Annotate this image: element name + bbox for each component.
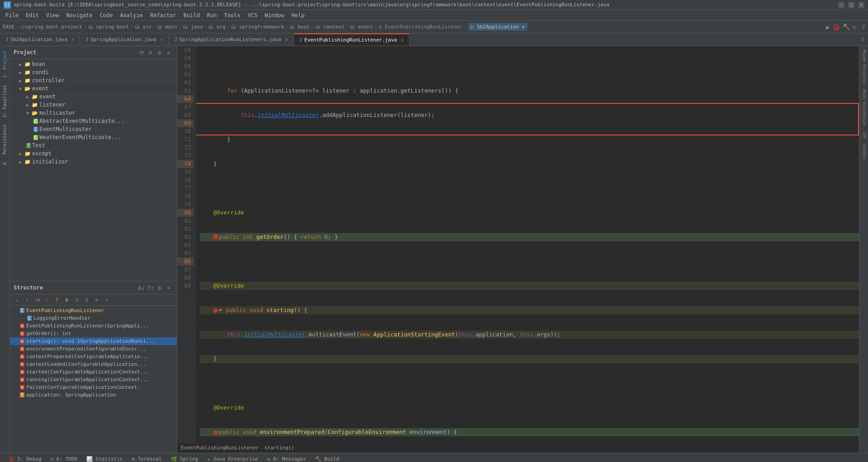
tab-statistic[interactable]: 📊 Statistic <box>82 455 127 462</box>
menu-edit[interactable]: Edit <box>22 11 42 20</box>
tab-springapplicationrunlisteners[interactable]: J SpringApplicationRunListeners.java × <box>169 33 294 46</box>
tree-item-abstractevent[interactable]: C AbstractEventMulticaste... <box>10 117 177 125</box>
struct-sort-type[interactable]: T↑ <box>146 283 155 292</box>
tree-item-listener[interactable]: ▶ 📁 listener <box>10 101 177 109</box>
menu-analyze[interactable]: Analyze <box>116 11 146 20</box>
code-line-58: for (ApplicationListener<?> listener : a… <box>200 87 859 95</box>
tab-javaenterprise[interactable]: ☕ Java Enterprise <box>203 455 263 462</box>
struct-item-envprepared[interactable]: m environmentPrepared(ConfigurableEnvir.… <box>10 345 177 353</box>
tab-close[interactable]: × <box>160 37 163 42</box>
tree-item-event-event[interactable]: ▶ 📁 event <box>10 93 177 101</box>
tree-item-condi[interactable]: ▶ 📁 condi <box>10 68 177 76</box>
maximize-button[interactable]: □ <box>848 2 854 8</box>
struct-item-ctxloaded[interactable]: m contextLoaded(ConfigurableApplication.… <box>10 360 177 368</box>
nav-action-run[interactable]: ▶ <box>826 23 830 31</box>
project-close[interactable]: × <box>164 48 173 57</box>
tab-eventpublishing[interactable]: J EventPublishingRunListener.java × <box>294 33 410 46</box>
tree-item-weatherevent[interactable]: C WeatherEventMulticaste... <box>10 133 177 141</box>
sidebar-bean[interactable]: Bean Validation <box>860 88 868 128</box>
struct-item-loggingerror[interactable]: C LoggingErrorHandler <box>10 314 177 322</box>
struct-item-application[interactable]: f application: SpringApplication <box>10 391 177 399</box>
menu-code[interactable]: Code <box>96 11 117 20</box>
sidebar-tab-persistence[interactable]: Persistence <box>1 122 9 157</box>
sidebar-tab-6[interactable]: 6 <box>1 159 9 168</box>
struct-btn-p[interactable]: P <box>42 295 52 304</box>
tree-item-except[interactable]: ▶ 📁 except <box>10 149 177 158</box>
tab-sb2application[interactable]: J Sb2Application.java × <box>0 33 80 46</box>
sidebar-gradle[interactable]: Gradle <box>860 142 868 161</box>
menu-navigate[interactable]: Navigate <box>63 11 96 20</box>
method-icon: m <box>20 362 24 367</box>
tab-messages[interactable]: ✉ 0: Messages <box>263 455 311 462</box>
menu-view[interactable]: View <box>42 11 63 20</box>
struct-item-starting[interactable]: m starting(): void 1SpringApplicationRun… <box>10 337 177 345</box>
struct-item-getorder[interactable]: m getOrder(): int <box>10 330 177 337</box>
tree-item-controller[interactable]: ▶ 📁 controller <box>10 76 177 84</box>
struct-sort-alpha[interactable]: A↓ <box>137 283 146 292</box>
menu-file[interactable]: File <box>2 11 22 20</box>
struct-item-running[interactable]: m running(ConfigurableApplicationContext… <box>10 376 177 383</box>
nav-project[interactable]: 🗂 <box>20 24 25 30</box>
menu-run[interactable]: Run <box>203 11 221 20</box>
tree-item-eventmulticaster[interactable]: I EventMulticaster <box>10 125 177 133</box>
ln-76: 76 <box>177 176 193 184</box>
struct-btn-parent[interactable]: ↑⊕ <box>33 295 42 304</box>
struct-btn-lambda[interactable]: λ <box>82 295 91 304</box>
ln-77: 77 <box>177 184 193 192</box>
tab-todo[interactable]: ☑ 6: TODO <box>46 455 82 462</box>
struct-btn-v[interactable]: V <box>72 295 81 304</box>
struct-btn-up[interactable]: ↑ <box>23 295 32 304</box>
sidebar-tab-favorites[interactable]: 2: Favorites <box>1 82 9 120</box>
minimize-button[interactable]: − <box>838 2 844 8</box>
menu-help[interactable]: Help <box>288 11 308 20</box>
tab-count: 2 <box>858 33 868 46</box>
tab-spring[interactable]: 🌿 Spring <box>166 455 203 462</box>
nav-sb2app[interactable]: ▷ Sb2Application ▾ <box>468 23 528 31</box>
struct-btn-b[interactable]: b <box>62 295 71 304</box>
nav-action-debug[interactable]: 🐞 <box>832 23 840 31</box>
tree-item-bean[interactable]: ▶ 📁 bean <box>10 60 177 68</box>
menu-refactor[interactable]: Refactor <box>146 11 180 20</box>
tree-item-test[interactable]: T Test <box>10 141 177 149</box>
struct-item-started[interactable]: m started(ConfigurableApplicationContext… <box>10 368 177 376</box>
sidebar-maven[interactable]: Maven Projects <box>860 48 868 86</box>
code-area[interactable]: 58 59 60 61 62 63 64 67 68 69 70 71 72 7… <box>177 46 859 443</box>
struct-close[interactable]: × <box>164 283 173 292</box>
struct-btn-more[interactable]: » <box>102 295 111 304</box>
left-sidebar: 1: Project 2: Favorites Persistence 6 <box>0 46 10 453</box>
tab-close[interactable]: × <box>71 37 74 42</box>
tab-build[interactable]: 🔨 Build <box>311 455 344 462</box>
tab-debug[interactable]: 🐞 5: Debug <box>4 455 46 462</box>
sidebar-tab-project[interactable]: 1: Project <box>1 48 9 80</box>
folder-icon: 📂 <box>24 86 31 92</box>
struct-btn-f[interactable]: f <box>52 295 61 304</box>
code-content[interactable]: for (ApplicationListener<?> listener : a… <box>196 46 859 443</box>
project-collapse[interactable]: ≡ <box>146 48 155 57</box>
project-refresh[interactable]: ⟳ <box>137 48 146 57</box>
tree-item-event[interactable]: ▼ 📂 event <box>10 84 177 93</box>
struct-btn-down[interactable]: ↓ <box>13 295 22 304</box>
struct-settings[interactable]: ⚙ <box>155 283 164 292</box>
menu-window[interactable]: Window <box>261 11 288 20</box>
nav-action-reload[interactable]: ↻ <box>853 23 856 30</box>
tab-springapplication[interactable]: J SpringApplication.java × <box>80 33 169 46</box>
struct-item-ctxprepared[interactable]: m contextPrepared(ConfigurableApplicatio… <box>10 353 177 360</box>
struct-item-constructor[interactable]: m EventPublishingRunListener(SpringAppli… <box>10 322 177 330</box>
ln-63: 63 <box>177 87 193 95</box>
menu-tools[interactable]: Tools <box>221 11 244 20</box>
tree-item-initializer[interactable]: ▶ 📁 initializer <box>10 158 177 166</box>
struct-root[interactable]: C EventPublishingRunListener <box>10 307 177 314</box>
struct-item-failed[interactable]: m failed(ConfigurableApplicationContext, <box>10 383 177 391</box>
close-button[interactable]: ✕ <box>858 2 864 8</box>
sidebar-jsf[interactable]: JSF <box>860 130 868 140</box>
window-controls[interactable]: − □ ✕ <box>838 2 864 8</box>
tab-terminal[interactable]: ⊡ Terminal <box>127 455 166 462</box>
tab-close[interactable]: × <box>401 37 404 42</box>
project-settings[interactable]: ⚙ <box>155 48 164 57</box>
menu-vcs[interactable]: VCS <box>244 11 261 20</box>
nav-action-build[interactable]: 🔨 <box>843 23 850 30</box>
menu-build[interactable]: Build <box>180 11 203 20</box>
tab-close[interactable]: × <box>285 37 288 42</box>
tree-item-multicaster[interactable]: ▼ 📂 multicaster <box>10 109 177 117</box>
struct-btn-align[interactable]: ≡ <box>92 295 101 304</box>
